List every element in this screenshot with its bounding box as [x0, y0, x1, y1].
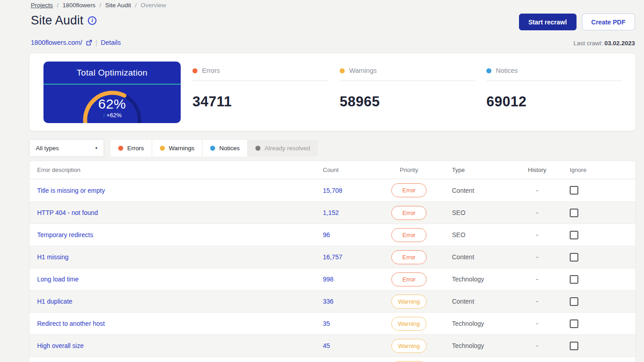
- issue-history: -: [517, 253, 557, 261]
- issue-count-link[interactable]: 96: [323, 231, 330, 238]
- ignore-checkbox[interactable]: [570, 297, 578, 306]
- breadcrumb-project-name[interactable]: 1800flowers: [62, 2, 96, 9]
- page-title: Site Audit: [31, 14, 83, 28]
- priority-badge: Warning: [391, 295, 427, 309]
- ignore-checkbox[interactable]: [570, 186, 578, 195]
- issue-type: Content: [436, 187, 517, 194]
- breadcrumb-separator: /: [57, 2, 59, 9]
- issue-history: -: [517, 298, 557, 305]
- priority-badge: Error: [391, 250, 427, 264]
- issue-count-link[interactable]: 336: [323, 298, 333, 305]
- issue-description-link[interactable]: Redirect to another host: [37, 320, 105, 327]
- breadcrumb-current: Overview: [141, 2, 166, 9]
- filter-warnings-label: Warnings: [169, 145, 195, 152]
- issue-count-link[interactable]: 1,152: [323, 209, 339, 216]
- issue-history: -: [517, 342, 557, 349]
- breadcrumb-separator: /: [100, 2, 101, 9]
- ignore-checkbox[interactable]: [570, 342, 578, 350]
- issue-history: -: [517, 320, 557, 327]
- breadcrumb-projects[interactable]: Projects: [31, 2, 53, 9]
- col-priority: Priority: [382, 167, 436, 173]
- total-optimization-gauge: Total Optimization 62% ↑+62%: [43, 62, 181, 123]
- stat-warnings: Warnings 58965: [340, 67, 476, 110]
- gauge-delta-value: +62%: [106, 112, 122, 119]
- issue-description-link[interactable]: H1 missing: [37, 253, 68, 261]
- last-crawl-label: Last crawl:: [573, 40, 603, 47]
- table-row: H1 missing 16,757 Error Content -: [29, 246, 635, 268]
- type-filter-value: All types: [36, 145, 59, 152]
- issue-description-link[interactable]: Temporary redirects: [37, 231, 93, 238]
- issue-type: Content: [436, 253, 517, 261]
- table-row: Temporary redirects 96 Error SEO -: [29, 224, 635, 246]
- breadcrumb-site-audit[interactable]: Site Audit: [105, 2, 131, 9]
- issue-count-link[interactable]: 998: [323, 276, 333, 283]
- stat-errors: Errors 34711: [192, 67, 328, 110]
- warnings-dot-icon: [160, 146, 165, 151]
- domain-link[interactable]: 1800flowers.com/: [31, 39, 82, 46]
- domain-separator: |: [96, 39, 97, 46]
- table-row: H1 duplicate 336 Warning Content -: [29, 290, 635, 312]
- issue-count-link[interactable]: 35: [323, 320, 330, 327]
- info-icon[interactable]: i: [88, 16, 96, 25]
- issue-count-link[interactable]: 15,708: [323, 187, 342, 194]
- stat-warnings-label: Warnings: [349, 67, 377, 74]
- errors-dot-icon: [118, 146, 123, 151]
- filter-notices-button[interactable]: Notices: [202, 140, 248, 157]
- filter-warnings-button[interactable]: Warnings: [152, 140, 203, 157]
- ignore-checkbox[interactable]: [570, 275, 578, 284]
- filter-notices-label: Notices: [219, 145, 240, 152]
- details-link[interactable]: Details: [101, 39, 120, 46]
- filter-already-resolved-button[interactable]: Already resolved: [248, 140, 318, 157]
- table-row: HTTP 404 - not found 1,152 Error SEO -: [29, 201, 635, 224]
- resolved-dot-icon: [255, 146, 260, 151]
- issues-table: Error description Count Priority Type Hi…: [29, 161, 636, 362]
- ignore-checkbox[interactable]: [570, 319, 578, 328]
- col-error-description: Error description: [29, 167, 323, 173]
- stat-notices-value: 69012: [486, 94, 622, 110]
- external-link-icon[interactable]: [86, 40, 92, 46]
- gauge-delta: ↑+62%: [43, 112, 181, 119]
- stat-warnings-value: 58965: [340, 94, 476, 110]
- chevron-down-icon: ▾: [95, 146, 97, 150]
- issue-type: Technology: [436, 320, 517, 327]
- ignore-checkbox[interactable]: [570, 209, 578, 217]
- up-arrow-icon: ↑: [102, 112, 106, 119]
- priority-badge: Warning: [391, 317, 427, 331]
- table-row: High overall size 45 Warning Technology …: [29, 334, 635, 357]
- table-header-row: Error description Count Priority Type Hi…: [29, 161, 635, 179]
- divider: [340, 81, 476, 81]
- table-row: Long load time 998 Error Technology -: [29, 268, 635, 290]
- priority-badge: Error: [391, 272, 427, 286]
- issue-count-link[interactable]: 45: [323, 342, 330, 349]
- filter-already-resolved-label: Already resolved: [264, 145, 310, 152]
- create-pdf-button[interactable]: Create PDF: [582, 14, 635, 30]
- start-recrawl-button[interactable]: Start recrawl: [519, 14, 577, 30]
- last-crawl: Last crawl: 03.02.2023: [573, 40, 635, 47]
- errors-dot-icon: [192, 68, 197, 73]
- filter-errors-button[interactable]: Errors: [111, 140, 152, 157]
- stat-notices: Notices 69012: [486, 67, 622, 110]
- col-count: Count: [323, 167, 382, 173]
- breadcrumb-separator: /: [135, 2, 137, 9]
- ignore-checkbox[interactable]: [570, 231, 578, 239]
- issue-type: SEO: [436, 209, 517, 216]
- issue-description-link[interactable]: High overall size: [37, 342, 84, 349]
- issue-description-link[interactable]: H1 duplicate: [37, 298, 72, 305]
- notices-dot-icon: [210, 146, 215, 151]
- type-filter-dropdown[interactable]: All types ▾: [29, 139, 104, 157]
- stat-notices-label: Notices: [496, 67, 518, 74]
- breadcrumb: Projects / 1800flowers / Site Audit / Ov…: [31, 2, 166, 9]
- divider: [192, 81, 328, 81]
- table-row: Redirect to another host 35 Warning Tech…: [29, 312, 635, 334]
- col-type: Type: [436, 167, 517, 173]
- table-row: Title is missing or empty 15,708 Error C…: [29, 179, 635, 201]
- issue-description-link[interactable]: Long load time: [37, 276, 79, 283]
- divider: [486, 81, 622, 81]
- ignore-checkbox[interactable]: [570, 253, 578, 262]
- issue-description-link[interactable]: HTTP 404 - not found: [37, 209, 98, 216]
- gauge-value: 62%: [43, 96, 181, 112]
- issue-count-link[interactable]: 16,757: [323, 253, 342, 261]
- site-audit-page: Projects / 1800flowers / Site Audit / Ov…: [0, 0, 644, 362]
- issue-type: Content: [436, 298, 517, 305]
- issue-description-link[interactable]: Title is missing or empty: [37, 187, 105, 194]
